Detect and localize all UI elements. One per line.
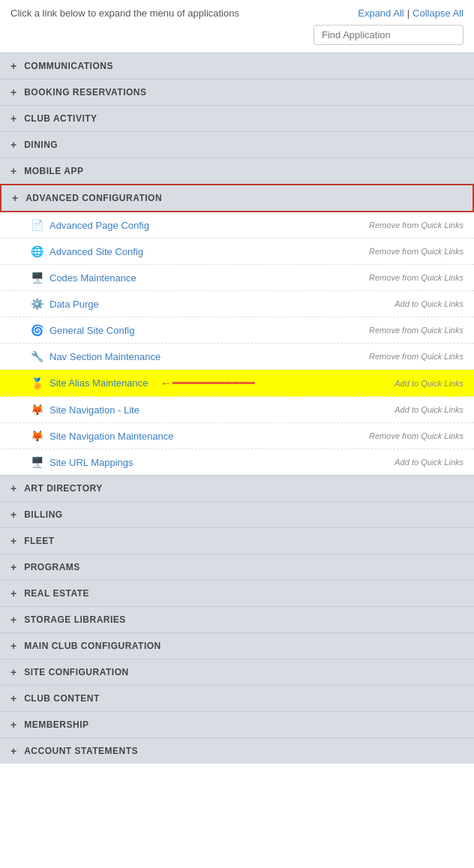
plus-icon-art-directory: + — [10, 482, 16, 494]
section-header-communications[interactable]: +COMMUNICATIONS — [0, 53, 474, 79]
section-header-account-statements[interactable]: +ACCOUNT STATEMENTS — [0, 737, 474, 764]
app-left-site-navigation-lite: 🦊Site Navigation - Lite — [30, 403, 140, 416]
quick-link-action-adv-page-config[interactable]: Remove from Quick Links — [369, 221, 464, 230]
plus-icon-site-configuration: + — [10, 666, 16, 678]
quick-link-action-site-alias-maintenance[interactable]: Add to Quick Links — [394, 379, 464, 388]
section-header-real-estate[interactable]: +REAL ESTATE — [0, 580, 474, 606]
app-left-data-purge: ⚙️Data Purge — [30, 297, 99, 311]
app-row-general-site-config: 🌀General Site ConfigRemove from Quick Li… — [0, 317, 474, 344]
app-left-general-site-config: 🌀General Site Config — [30, 323, 134, 337]
app-icon-general-site-config: 🌀 — [30, 323, 44, 337]
app-row-site-alias-maintenance: 🏅Site Alias Maintenance←━━━━━━━━━━━Add t… — [0, 370, 474, 397]
section-header-programs[interactable]: +PROGRAMS — [0, 554, 474, 580]
app-link-adv-page-config[interactable]: Advanced Page Config — [50, 220, 149, 231]
section-header-membership[interactable]: +MEMBERSHIP — [0, 711, 474, 737]
app-icon-site-navigation-lite: 🦊 — [30, 403, 44, 416]
section-header-main-club-configuration[interactable]: +MAIN CLUB CONFIGURATION — [0, 632, 474, 659]
expand-all-link[interactable]: Expand All — [358, 8, 404, 19]
plus-icon-billing: + — [10, 509, 16, 521]
plus-icon-real-estate: + — [10, 587, 16, 599]
section-label-club-content: CLUB CONTENT — [24, 693, 100, 704]
section-label-billing: BILLING — [24, 509, 63, 520]
section-label-art-directory: ART DIRECTORY — [24, 483, 103, 494]
section-label-fleet: FLEET — [24, 536, 55, 546]
app-icon-site-navigation-maintenance: 🦊 — [30, 429, 44, 443]
section-label-club-activity: CLUB ACTIVITY — [24, 113, 97, 124]
plus-icon-communications: + — [10, 60, 16, 72]
app-link-nav-section-maintenance[interactable]: Nav Section Maintenance — [50, 351, 160, 362]
top-bar: Click a link below to expand the menu of… — [0, 0, 474, 25]
quick-link-action-adv-site-config[interactable]: Remove from Quick Links — [369, 247, 464, 256]
app-link-site-navigation-maintenance[interactable]: Site Navigation Maintenance — [50, 431, 174, 442]
app-left-adv-page-config: 📄Advanced Page Config — [30, 218, 149, 232]
quick-link-action-site-url-mappings[interactable]: Add to Quick Links — [394, 458, 464, 467]
plus-icon-programs: + — [10, 561, 16, 573]
section-header-club-content[interactable]: +CLUB CONTENT — [0, 685, 474, 711]
plus-icon-membership: + — [10, 719, 16, 731]
app-link-site-navigation-lite[interactable]: Site Navigation - Lite — [50, 404, 140, 416]
app-icon-codes-maintenance: 🖥️ — [30, 271, 44, 284]
app-row-site-navigation-maintenance: 🦊Site Navigation MaintenanceRemove from … — [0, 423, 474, 449]
app-row-site-navigation-lite: 🦊Site Navigation - LiteAdd to Quick Link… — [0, 397, 474, 423]
section-label-real-estate: REAL ESTATE — [24, 588, 89, 599]
app-link-data-purge[interactable]: Data Purge — [50, 299, 99, 310]
section-header-advanced-configuration[interactable]: +ADVANCED CONFIGURATION — [0, 184, 474, 212]
section-label-programs: PROGRAMS — [24, 562, 80, 572]
find-application-input[interactable] — [314, 25, 464, 45]
quick-link-action-site-navigation-lite[interactable]: Add to Quick Links — [394, 405, 464, 414]
app-left-site-navigation-maintenance: 🦊Site Navigation Maintenance — [30, 429, 174, 443]
quick-link-action-nav-section-maintenance[interactable]: Remove from Quick Links — [369, 352, 464, 361]
app-row-codes-maintenance: 🖥️Codes MaintenanceRemove from Quick Lin… — [0, 265, 474, 291]
red-arrow-indicator: ←━━━━━━━━━━━ — [160, 376, 255, 390]
app-link-codes-maintenance[interactable]: Codes Maintenance — [50, 272, 136, 284]
section-header-site-configuration[interactable]: +SITE CONFIGURATION — [0, 659, 474, 685]
app-row-site-url-mappings: 🖥️Site URL MappingsAdd to Quick Links — [0, 449, 474, 475]
app-link-general-site-config[interactable]: General Site Config — [50, 325, 134, 336]
app-icon-adv-page-config: 📄 — [30, 218, 44, 232]
app-link-site-url-mappings[interactable]: Site URL Mappings — [50, 457, 134, 468]
section-label-membership: MEMBERSHIP — [24, 719, 88, 730]
app-left-site-url-mappings: 🖥️Site URL Mappings — [30, 455, 134, 469]
app-row-nav-section-maintenance: 🔧Nav Section MaintenanceRemove from Quic… — [0, 344, 474, 370]
quick-link-action-data-purge[interactable]: Add to Quick Links — [394, 299, 464, 308]
plus-icon-main-club-configuration: + — [10, 640, 16, 652]
plus-icon-dining: + — [10, 139, 16, 151]
instruction-text: Click a link below to expand the menu of… — [10, 8, 239, 19]
plus-icon-account-statements: + — [10, 745, 16, 757]
section-label-storage-libraries: STORAGE LIBRARIES — [24, 614, 126, 625]
quick-link-action-site-navigation-maintenance[interactable]: Remove from Quick Links — [369, 431, 464, 440]
app-link-adv-site-config[interactable]: Advanced Site Config — [50, 246, 143, 257]
app-icon-adv-site-config: 🌐 — [30, 245, 44, 258]
collapse-all-link[interactable]: Collapse All — [412, 8, 464, 19]
section-label-communications: COMMUNICATIONS — [24, 61, 113, 71]
plus-icon-fleet: + — [10, 535, 16, 547]
app-left-site-alias-maintenance: 🏅Site Alias Maintenance←━━━━━━━━━━━ — [30, 376, 255, 390]
app-left-nav-section-maintenance: 🔧Nav Section Maintenance — [30, 350, 160, 363]
section-header-dining[interactable]: +DINING — [0, 131, 474, 158]
section-label-advanced-configuration: ADVANCED CONFIGURATION — [26, 193, 162, 203]
plus-icon-storage-libraries: + — [10, 614, 16, 626]
app-left-codes-maintenance: 🖥️Codes Maintenance — [30, 271, 136, 284]
section-header-art-directory[interactable]: +ART DIRECTORY — [0, 475, 474, 501]
app-row-adv-site-config: 🌐Advanced Site ConfigRemove from Quick L… — [0, 239, 474, 265]
app-link-site-alias-maintenance[interactable]: Site Alias Maintenance — [50, 377, 148, 389]
section-label-account-statements: ACCOUNT STATEMENTS — [24, 746, 138, 756]
section-label-booking-reservations: BOOKING RESERVATIONS — [24, 87, 146, 98]
app-icon-nav-section-maintenance: 🔧 — [30, 350, 44, 363]
section-header-billing[interactable]: +BILLING — [0, 501, 474, 527]
quick-link-action-general-site-config[interactable]: Remove from Quick Links — [369, 326, 464, 335]
app-row-data-purge: ⚙️Data PurgeAdd to Quick Links — [0, 291, 474, 317]
section-header-club-activity[interactable]: +CLUB ACTIVITY — [0, 105, 474, 131]
search-row — [0, 25, 474, 53]
section-content-advanced-configuration: 📄Advanced Page ConfigRemove from Quick L… — [0, 212, 474, 475]
section-header-fleet[interactable]: +FLEET — [0, 527, 474, 554]
sections-container: +COMMUNICATIONS+BOOKING RESERVATIONS+CLU… — [0, 53, 474, 764]
separator: | — [407, 8, 410, 19]
section-header-storage-libraries[interactable]: +STORAGE LIBRARIES — [0, 606, 474, 632]
plus-icon-booking-reservations: + — [10, 86, 16, 98]
section-label-mobile-app: MOBILE APP — [24, 166, 83, 176]
section-header-booking-reservations[interactable]: +BOOKING RESERVATIONS — [0, 79, 474, 105]
quick-link-action-codes-maintenance[interactable]: Remove from Quick Links — [369, 273, 464, 282]
section-header-mobile-app[interactable]: +MOBILE APP — [0, 158, 474, 184]
app-left-adv-site-config: 🌐Advanced Site Config — [30, 245, 143, 258]
